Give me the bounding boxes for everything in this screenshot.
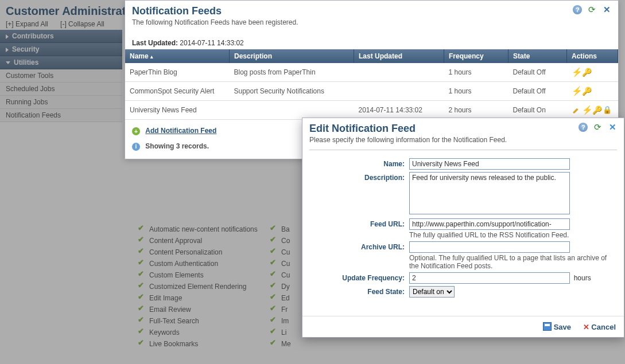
- col-name[interactable]: Name: [125, 49, 230, 63]
- table-row: CommonSpot Security AlertSupport Securit…: [125, 82, 618, 101]
- refresh-icon[interactable]: ⟳: [588, 5, 597, 14]
- run-icon[interactable]: ⚡: [572, 68, 581, 77]
- col-state[interactable]: State: [508, 49, 567, 63]
- label-description: Description:: [309, 172, 409, 216]
- last-updated-value: 2014-07-11 14:33:02: [180, 39, 243, 47]
- edit-icon[interactable]: [572, 105, 581, 115]
- archive-url-input[interactable]: [409, 241, 570, 253]
- last-updated-label: Last Updated:: [132, 39, 178, 47]
- add-notification-feed-link[interactable]: Add Notification Feed: [145, 127, 216, 135]
- col-last-updated[interactable]: Last Updated: [354, 49, 444, 63]
- close-icon[interactable]: ✕: [602, 5, 611, 14]
- key-icon[interactable]: 🔑: [582, 87, 591, 96]
- frequency-unit: hours: [574, 274, 591, 282]
- label-archive-url: Archive URL:: [309, 241, 409, 270]
- save-icon: [543, 322, 552, 331]
- cancel-button[interactable]: ✕Cancel: [583, 323, 616, 331]
- feeds-table: Name Description Last Updated Frequency …: [125, 49, 618, 120]
- edit-notification-feed-dialog: ? ⟳ ✕ Edit Notification Feed Please spec…: [302, 118, 624, 338]
- lock-icon[interactable]: 🔒: [603, 105, 612, 115]
- help-icon[interactable]: ?: [579, 123, 588, 132]
- dialog-subtitle: The following Notification Feeds have be…: [132, 18, 611, 26]
- label-feed-url: Feed URL:: [309, 218, 409, 239]
- run-icon[interactable]: ⚡: [572, 87, 581, 96]
- frequency-input[interactable]: [409, 272, 570, 284]
- col-actions[interactable]: Actions: [567, 49, 618, 63]
- table-row: PaperThin BlogBlog posts from PaperThin1…: [125, 63, 618, 82]
- col-frequency[interactable]: Frequency: [444, 49, 508, 63]
- key-icon[interactable]: 🔑: [592, 105, 601, 115]
- add-icon[interactable]: +: [132, 127, 140, 135]
- edit-dialog-subtitle: Please specify the following information…: [309, 136, 617, 144]
- archive-url-hint: Optional. The fully qualified URL to a p…: [409, 254, 610, 270]
- cancel-icon: ✕: [583, 323, 589, 331]
- key-icon[interactable]: 🔑: [582, 68, 591, 77]
- table-row: University News Feed2014-07-11 14:33:022…: [125, 101, 618, 120]
- run-icon[interactable]: ⚡: [582, 105, 591, 115]
- save-button[interactable]: Save: [543, 323, 571, 331]
- label-feed-state: Feed State:: [309, 286, 409, 298]
- dialog-title: Notification Feeds: [132, 5, 611, 17]
- last-updated-row: Last Updated: 2014-07-11 14:33:02: [125, 37, 618, 49]
- description-textarea[interactable]: [409, 172, 570, 214]
- help-icon[interactable]: ?: [573, 5, 582, 14]
- record-count-text: Showing 3 records.: [145, 142, 209, 150]
- feed-url-input[interactable]: [409, 218, 570, 230]
- name-input[interactable]: [409, 158, 570, 170]
- info-icon: i: [132, 143, 140, 151]
- label-name: Name:: [309, 158, 409, 170]
- close-icon[interactable]: ✕: [608, 123, 617, 132]
- feed-url-hint: The fully qualified URL to the RSS Notif…: [409, 231, 610, 239]
- edit-dialog-title: Edit Notification Feed: [309, 123, 617, 135]
- col-description[interactable]: Description: [230, 49, 354, 63]
- label-update-frequency: Update Frequency:: [309, 272, 409, 284]
- refresh-icon[interactable]: ⟳: [593, 123, 603, 132]
- feed-state-select[interactable]: Default on: [409, 286, 455, 298]
